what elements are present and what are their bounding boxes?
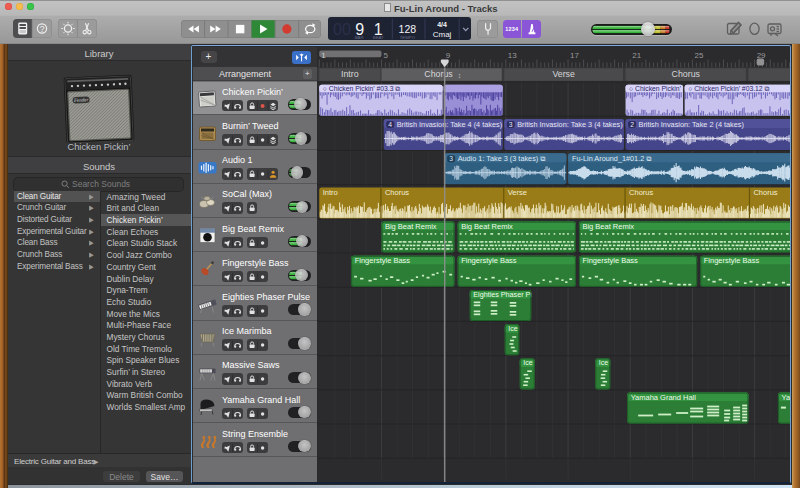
svg-text:British Invasion: Take 3 (4 ta: British Invasion: Take 3 (4 takes) [517, 119, 622, 128]
svg-text:128: 128 [399, 23, 417, 35]
svg-text:13: 13 [507, 50, 516, 59]
svg-text:25: 25 [694, 50, 703, 59]
svg-text:2: 2 [630, 120, 634, 127]
svg-text:Intro: Intro [341, 69, 359, 79]
svg-text:○ Chicken Pickin’ #03.12 ⧉: ○ Chicken Pickin’ #03.12 ⧉ [688, 84, 769, 91]
svg-text:Intro: Intro [322, 187, 337, 196]
svg-text:29: 29 [756, 50, 765, 59]
svg-text:9: 9 [445, 50, 450, 59]
svg-text:Fu-Lin Around_1#01.2 ⧉: Fu-Lin Around_1#01.2 ⧉ [572, 153, 651, 162]
svg-text:Yar: Yar [781, 392, 791, 401]
svg-text:Verse: Verse [552, 69, 575, 79]
svg-text:TEMPO: TEMPO [400, 35, 416, 40]
svg-text:4: 4 [388, 120, 392, 127]
svg-text:21: 21 [632, 50, 641, 59]
svg-text:○ Chicken Pickin’ #03.3 ⧉: ○ Chicken Pickin’ #03.3 ⧉ [322, 84, 400, 91]
svg-text:Fingerstyle Bass: Fingerstyle Bass [703, 255, 759, 264]
svg-text:Cmaj: Cmaj [433, 30, 452, 39]
svg-text:Big Beat Remix: Big Beat Remix [582, 221, 634, 230]
svg-text:Ice: Ice [508, 325, 517, 332]
svg-text:BEAT: BEAT [373, 35, 384, 40]
svg-text:3: 3 [508, 120, 512, 127]
svg-text:Chorus: Chorus [629, 187, 653, 196]
svg-text:Verse: Verse [507, 187, 526, 196]
svg-text:Audio 1: Take 3 (3 takes) ⧉: Audio 1: Take 3 (3 takes) ⧉ [457, 153, 545, 162]
svg-text:Chorus: Chorus [753, 187, 777, 196]
svg-text:Big Beat Remix: Big Beat Remix [461, 221, 513, 230]
svg-text:17: 17 [570, 50, 579, 59]
svg-text:Fingerstyle Bass: Fingerstyle Bass [582, 255, 638, 264]
svg-text:4/4: 4/4 [437, 21, 447, 28]
svg-text:3: 3 [449, 154, 453, 161]
svg-text:Big Beat Remix: Big Beat Remix [384, 221, 436, 230]
svg-text:Chorus: Chorus [424, 69, 453, 79]
svg-text:Fender: Fender [73, 97, 89, 103]
svg-text:British Invasion: Take 4 (4 ta: British Invasion: Take 4 (4 takes) [396, 119, 501, 128]
svg-text:British Invasion: Take 2 (4 ta: British Invasion: Take 2 (4 takes) [638, 119, 743, 128]
svg-text:5: 5 [383, 50, 388, 59]
svg-text:Ice: Ice [598, 359, 607, 366]
svg-text:Ice: Ice [523, 359, 532, 366]
svg-text:Chorus: Chorus [671, 69, 700, 79]
svg-text:Fingerstyle Bass: Fingerstyle Bass [354, 255, 410, 264]
svg-text:Eighties Phaser Pul: Eighties Phaser Pul [473, 290, 536, 299]
svg-text:Chorus: Chorus [384, 187, 408, 196]
svg-text:○ Chicken Pickin’ #: ○ Chicken Pickin’ # [629, 84, 687, 91]
svg-text:1: 1 [321, 50, 326, 59]
svg-text:Yamaha Grand Hall: Yamaha Grand Hall [630, 392, 696, 401]
svg-text:00: 00 [333, 20, 351, 38]
svg-text:BAR: BAR [355, 35, 364, 40]
svg-text:?: ? [40, 24, 45, 34]
svg-text:↕: ↕ [457, 71, 461, 78]
svg-text:Fingerstyle Bass: Fingerstyle Bass [461, 255, 517, 264]
